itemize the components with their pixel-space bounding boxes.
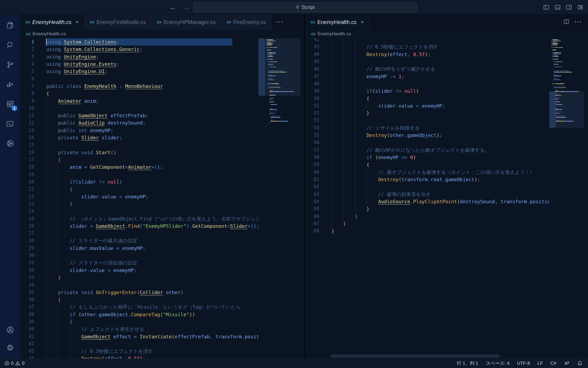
indent-guide (70, 193, 70, 200)
code-line[interactable]: 67} (305, 220, 588, 227)
line-number: 44 (20, 355, 34, 359)
layout-panel-icon[interactable] (555, 4, 561, 10)
code-line[interactable]: 59{ (305, 161, 588, 168)
code-line[interactable]: 68} (305, 227, 588, 235)
code-line[interactable]: 52} (305, 109, 588, 117)
code-editor[interactable]: 4243// 0.5秒後にエフェクトを消す44Destroy(effect, 0… (305, 38, 588, 359)
code-lines[interactable]: 4243// 0.5秒後にエフェクトを消す44Destroy(effect, 0… (305, 38, 588, 235)
minimap[interactable] (258, 38, 304, 359)
close-tab-icon[interactable]: ✕ (75, 20, 79, 25)
layout-sidebar-right-icon[interactable] (566, 4, 572, 10)
tab-bar-group-2[interactable]: C#EnemyHealth.cs✕··· (305, 15, 588, 30)
code-text: // スライダーの最大値の設定 (70, 237, 137, 244)
code-line[interactable]: 45 (305, 58, 588, 65)
code-line[interactable]: 56 (305, 139, 588, 146)
more-tabs-icon[interactable]: ··· (271, 15, 289, 30)
layout-sidebar-left-icon[interactable] (543, 4, 549, 10)
problems-indicator[interactable]: 0 0 (4, 361, 24, 366)
breadcrumb[interactable]: C# EnemyHealth.cs (20, 30, 304, 38)
command-center-search[interactable]: ⚲ Script (193, 2, 417, 12)
extensions-icon[interactable]: 1 (4, 98, 17, 111)
code-line[interactable]: 51slider.value = enemyHP; (305, 102, 588, 109)
indent-guide (331, 183, 332, 190)
activity-bar: 1 ⚙ (0, 15, 20, 359)
tab-EnemyFireMissile.cs[interactable]: C#EnemyFireMissile.cs (85, 15, 152, 30)
code-line[interactable]: 66} (305, 213, 588, 220)
remote-explorer-icon[interactable] (4, 137, 17, 150)
code-line[interactable]: 61Destroy(transform.root.gameObject); (305, 176, 588, 183)
code-line[interactable]: 44Destroy(effect, 0.5f); (305, 51, 588, 58)
minimap[interactable] (549, 38, 588, 359)
minimap-line (271, 117, 281, 118)
code-line[interactable]: 60// 親オブジェクトを破壊する（ポイント；この使い方を覚えよう！） (305, 168, 588, 176)
tab-EnemyHealth.cs[interactable]: C#EnemyHealth.cs✕ (305, 15, 370, 30)
code-editor[interactable]: 1using System.Collections;2using System.… (20, 38, 304, 359)
line-number: 25 (20, 215, 34, 222)
code-line[interactable]: 48 (305, 80, 588, 87)
indent-guide (46, 105, 47, 112)
code-line[interactable]: 55Destroy(other.gameObject); (305, 132, 588, 139)
code-line[interactable]: 57// 敵のHPが０になったら敵オブジェクトを破壊する。 (305, 146, 588, 154)
minimap-line (266, 126, 266, 127)
code-line[interactable]: 63// 破壊の効果音を出す (305, 191, 588, 198)
search-icon[interactable] (4, 39, 17, 51)
indent-guide (331, 198, 332, 205)
code-line[interactable]: 42 (305, 38, 588, 43)
indent-guide (331, 38, 332, 43)
indent-guide (46, 333, 47, 340)
csharp-file-icon: C# (311, 20, 315, 24)
tab-EnemyHPManager.cs[interactable]: C#EnemyHPManager.cs (152, 15, 221, 30)
warning-count: 0 (22, 361, 24, 366)
code-text: // スライダーの現在値の設定 (70, 259, 137, 266)
code-line[interactable]: 53 (305, 117, 588, 124)
run-and-debug-icon[interactable] (4, 78, 17, 91)
cursor-position[interactable]: 行 1、列 1 (457, 360, 478, 366)
indent-guide (58, 200, 58, 208)
minimap-slider[interactable] (258, 38, 300, 96)
encoding[interactable]: UTF-8 (517, 361, 530, 366)
close-tab-icon[interactable]: ✕ (360, 20, 364, 25)
code-line[interactable]: 47enemyHP -= 1; (305, 73, 588, 80)
customize-layout-icon[interactable] (577, 4, 583, 10)
breadcrumb[interactable]: C# EnemyHealth.cs (305, 30, 588, 38)
indent-guide (343, 65, 343, 73)
code-line[interactable]: 49if(slider != null) (305, 87, 588, 95)
account-icon[interactable] (4, 324, 17, 336)
tab-bar-group-1[interactable]: C#EnemyHealth.cs✕C#EnemyFireMissile.csC#… (20, 15, 304, 30)
code-line[interactable]: 50{ (305, 95, 588, 102)
indent-guide (46, 267, 47, 274)
minimap-slider[interactable] (549, 91, 584, 128)
more-actions-icon[interactable]: ··· (575, 19, 582, 26)
search-icon: ⚲ (296, 5, 299, 10)
eol-sequence[interactable]: LF (537, 361, 543, 366)
tab-EnemyHealth.cs[interactable]: C#EnemyHealth.cs✕ (20, 15, 85, 30)
explorer-icon[interactable] (4, 19, 17, 32)
minimap-line (270, 108, 273, 109)
indent-guide (331, 124, 332, 132)
bell-icon[interactable] (577, 360, 583, 366)
navigate-back-icon[interactable]: ← (170, 4, 176, 11)
code-line[interactable]: 54// ミサイルを削除する (305, 124, 588, 132)
feedback-icon[interactable] (564, 360, 569, 366)
warning-icon (15, 361, 20, 366)
indentation[interactable]: スペース: 4 (486, 360, 509, 366)
indent-guide (343, 191, 343, 198)
code-line[interactable]: 43// 0.5秒後にエフェクトを消す (305, 43, 588, 50)
code-line[interactable]: 46// 敵のHPを１ずつ減少させる (305, 65, 588, 73)
language-mode[interactable]: C# (550, 361, 556, 366)
minimap-line (551, 49, 552, 49)
horizontal-scrollbar[interactable] (331, 355, 499, 358)
line-number: 45 (305, 58, 319, 65)
code-line[interactable]: 64AudioSource.PlayClipAtPoint(destroySou… (305, 198, 588, 205)
settings-gear-icon[interactable]: ⚙ (4, 341, 17, 354)
code-line[interactable]: 62 (305, 183, 588, 190)
terminal-icon[interactable] (4, 117, 17, 130)
navigate-forward-icon[interactable]: → (183, 4, 190, 11)
code-text: { (366, 161, 369, 168)
tab-FireEnemy.cs[interactable]: C#FireEnemy.cs (221, 15, 271, 30)
code-line[interactable]: 65} (305, 205, 588, 212)
source-control-icon[interactable] (4, 58, 17, 71)
minimap-line (552, 83, 565, 84)
code-line[interactable]: 58if (enemyHP <= 0) (305, 154, 588, 161)
split-editor-icon[interactable] (564, 19, 569, 26)
